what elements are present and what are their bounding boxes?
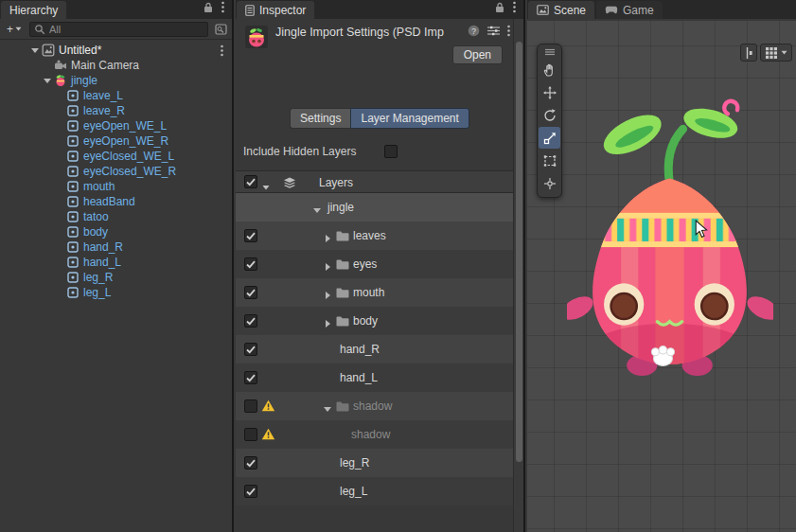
layer-row-shadow[interactable]: shadow — [236, 392, 513, 420]
layer-checkbox[interactable] — [244, 343, 257, 356]
move-tool[interactable] — [539, 81, 560, 103]
hierarchy-item-tatoo[interactable]: tatoo — [0, 209, 232, 224]
hierarchy-item-body[interactable]: body — [0, 224, 232, 239]
tab-hierarchy-label: Hierarchy — [9, 4, 58, 17]
scrollbar-thumb[interactable] — [516, 42, 522, 462]
layer-row-mouth[interactable]: mouth — [236, 278, 513, 307]
checkbox-dropdown-icon[interactable] — [262, 180, 270, 193]
sprite-icon — [65, 104, 80, 117]
grid-snapping-dropdown[interactable] — [760, 44, 792, 62]
scale-tool[interactable] — [539, 127, 560, 149]
expand-toggle-icon[interactable] — [324, 260, 331, 274]
hierarchy-item-label: leg_L — [83, 286, 111, 299]
help-icon[interactable]: ? — [468, 25, 480, 40]
layer-row-shadow-child[interactable]: shadow — [236, 420, 513, 449]
inspector-icon — [245, 5, 255, 16]
layer-checkbox[interactable] — [244, 485, 257, 498]
tool-strip-handle-icon[interactable] — [538, 46, 561, 58]
layer-checkbox[interactable] — [244, 257, 257, 271]
scene-canvas[interactable] — [527, 21, 796, 532]
expand-toggle-icon[interactable] — [324, 232, 331, 245]
layer-checkbox[interactable] — [244, 371, 257, 384]
layer-row-leg_R[interactable]: leg_R — [236, 449, 513, 477]
tab-settings[interactable]: Settings — [290, 108, 350, 129]
jingle-character[interactable] — [567, 93, 773, 381]
layer-row-hand_R[interactable]: hand_R — [236, 335, 513, 364]
hierarchy-panel: Hierarchy + Untitled*Main Camerajinglele… — [0, 0, 234, 532]
hierarchy-item-hand_R[interactable]: hand_R — [0, 239, 232, 255]
grid-axis-icon[interactable] — [740, 44, 757, 62]
layer-row-leg_L[interactable]: leg_L — [236, 477, 513, 505]
hand-tool[interactable] — [539, 59, 560, 80]
hierarchy-item-leave_R[interactable]: leave_R — [0, 103, 232, 118]
hierarchy-search[interactable] — [29, 22, 208, 37]
layer-checkbox[interactable] — [244, 314, 257, 328]
sprite-icon — [65, 286, 80, 299]
kebab-menu-icon[interactable] — [513, 1, 516, 16]
rect-tool[interactable] — [539, 150, 560, 171]
layer-row-jingle[interactable]: jingle — [236, 193, 513, 222]
hierarchy-item-eyeClosed_WE_L[interactable]: eyeClosed_WE_L — [0, 149, 232, 164]
hierarchy-item-eyeOpen_WE_L[interactable]: eyeOpen_WE_L — [0, 118, 232, 133]
grid-icon — [765, 46, 778, 60]
expand-toggle-icon[interactable] — [324, 289, 331, 302]
expand-toggle-icon[interactable] — [324, 317, 331, 330]
hierarchy-item-jingle[interactable]: jingle — [0, 73, 232, 88]
expand-toggle-icon[interactable] — [313, 204, 321, 217]
layer-row-eyes[interactable]: eyes — [236, 250, 513, 278]
expand-toggle-icon[interactable] — [28, 46, 41, 54]
layer-name: leg_R — [340, 456, 369, 470]
hierarchy-item-label: eyeClosed_WE_L — [83, 150, 174, 163]
layer-row-hand_L[interactable]: hand_L — [236, 364, 513, 392]
rotate-tool[interactable] — [539, 104, 560, 126]
open-button[interactable]: Open — [452, 45, 503, 64]
hierarchy-item-leave_L[interactable]: leave_L — [0, 88, 232, 103]
include-hidden-layers-checkbox[interactable] — [384, 145, 398, 158]
inspector-scrollbar[interactable] — [513, 19, 523, 532]
layer-checkbox[interactable] — [244, 229, 257, 242]
hierarchy-item-eyeClosed_WE_R[interactable]: eyeClosed_WE_R — [0, 164, 232, 179]
tab-game[interactable]: Game — [596, 1, 663, 19]
layer-name: shadow — [351, 428, 390, 441]
all-layers-checkbox[interactable] — [244, 175, 257, 188]
sprite-icon — [65, 119, 80, 133]
layer-checkbox[interactable] — [244, 456, 257, 470]
layer-checkbox[interactable] — [244, 399, 257, 413]
warning-icon — [261, 428, 275, 443]
transform-tool[interactable] — [539, 172, 560, 194]
search-filter-icon[interactable] — [213, 22, 228, 37]
layer-checkbox[interactable] — [244, 286, 257, 299]
lock-icon[interactable] — [203, 2, 213, 16]
tab-hierarchy[interactable]: Hierarchy — [1, 1, 66, 19]
kebab-menu-icon[interactable] — [221, 1, 224, 16]
sprite-icon — [65, 256, 80, 269]
hierarchy-item-Main-Camera[interactable]: Main Camera — [0, 58, 232, 73]
hierarchy-toolbar: + — [0, 19, 232, 40]
hierarchy-item-label: headBand — [83, 195, 135, 208]
expand-toggle-icon[interactable] — [41, 77, 53, 84]
tab-scene[interactable]: Scene — [528, 1, 594, 19]
tab-game-label: Game — [623, 4, 654, 17]
hierarchy-search-input[interactable] — [49, 24, 203, 35]
create-object-label: + — [7, 23, 13, 36]
layer-checkbox[interactable] — [244, 428, 257, 441]
hierarchy-item-mouth[interactable]: mouth — [0, 179, 232, 194]
hierarchy-item-label: Untitled* — [59, 44, 101, 57]
hierarchy-item-hand_L[interactable]: hand_L — [0, 255, 232, 270]
expand-toggle-icon[interactable] — [324, 402, 331, 416]
layers-stack-icon — [283, 177, 296, 191]
hierarchy-item-leg_L[interactable]: leg_L — [0, 285, 232, 300]
layers-header-label: Layers — [319, 176, 353, 189]
tab-layer-management[interactable]: Layer Management — [350, 108, 469, 129]
hierarchy-item-leg_R[interactable]: leg_R — [0, 270, 232, 285]
hierarchy-item-headBand[interactable]: headBand — [0, 194, 232, 209]
create-object-button[interactable]: + — [4, 23, 25, 36]
layer-row-leaves[interactable]: leaves — [236, 222, 513, 250]
hierarchy-item-eyeOpen_WE_R[interactable]: eyeOpen_WE_R — [0, 133, 232, 149]
presets-icon[interactable] — [487, 26, 500, 39]
tab-inspector[interactable]: Inspector — [237, 1, 314, 19]
layer-row-body[interactable]: body — [236, 307, 513, 335]
hierarchy-item-Untitled-[interactable]: Untitled* — [0, 43, 232, 58]
kebab-menu-icon[interactable] — [507, 25, 510, 40]
lock-icon[interactable] — [495, 2, 504, 16]
